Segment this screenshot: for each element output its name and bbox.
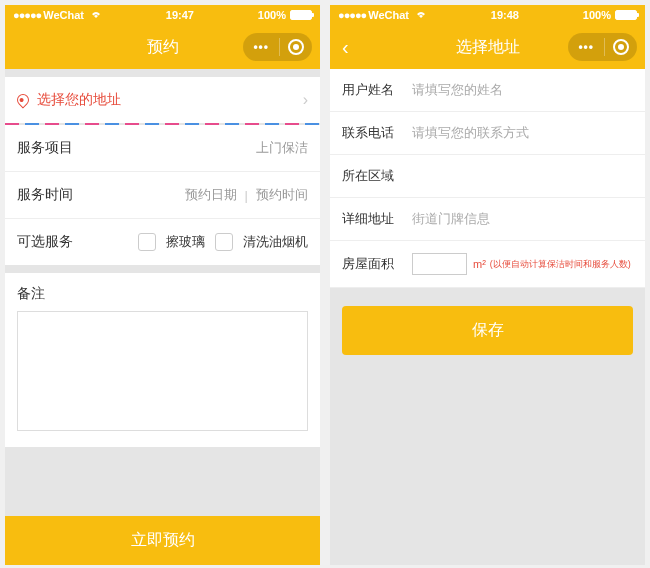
area-hint: (以便自动计算保洁时间和服务人数) [490,258,631,271]
submit-button[interactable]: 立即预约 [5,516,320,565]
service-row[interactable]: 服务项目 上门保洁 [5,125,320,172]
close-target-icon[interactable] [605,39,637,55]
service-value: 上门保洁 [256,139,308,157]
detail-input[interactable]: 街道门牌信息 [412,210,490,228]
status-bar: ●●●●● WeChat 19:47 100% [5,5,320,25]
nav-title: 预约 [147,37,179,58]
battery-icon [290,10,312,20]
wifi-icon [415,9,427,21]
region-row[interactable]: 所在区域 [330,155,645,198]
remark-textarea[interactable] [17,311,308,431]
region-label: 所在区域 [342,167,412,185]
phone-input[interactable]: 请填写您的联系方式 [412,124,529,142]
address-label: 选择您的地址 [37,91,121,109]
options-label: 可选服务 [17,233,73,251]
signal-dots-icon: ●●●●● [13,9,41,21]
time-value[interactable]: 预约时间 [256,186,308,204]
menu-dots-icon[interactable]: ••• [243,40,279,54]
location-pin-icon [15,92,32,109]
status-time: 19:47 [166,9,194,21]
date-value[interactable]: 预约日期 [185,186,237,204]
remark-label: 备注 [17,285,308,303]
nav-bar: ‹ 选择地址 ••• [330,25,645,69]
option2-checkbox[interactable] [215,233,233,251]
capsule-button[interactable]: ••• [568,33,637,61]
area-unit: m² [473,258,486,270]
name-input[interactable]: 请填写您的姓名 [412,81,503,99]
option1-label: 擦玻璃 [166,233,205,251]
area-input[interactable] [412,253,467,275]
service-label: 服务项目 [17,139,73,157]
area-row: 房屋面积 m² (以便自动计算保洁时间和服务人数) [330,241,645,288]
detail-label: 详细地址 [342,210,412,228]
time-label: 服务时间 [17,186,73,204]
name-row[interactable]: 用户姓名 请填写您的姓名 [330,69,645,112]
signal-dots-icon: ●●●●● [338,9,366,21]
save-button[interactable]: 保存 [342,306,633,355]
status-bar: ●●●●● WeChat 19:48 100% [330,5,645,25]
chevron-right-icon: › [303,91,308,109]
phone-label: 联系电话 [342,124,412,142]
carrier-label: WeChat [368,9,409,21]
capsule-button[interactable]: ••• [243,33,312,61]
options-row: 可选服务 擦玻璃 清洗油烟机 [5,219,320,265]
option1-checkbox[interactable] [138,233,156,251]
phone-row[interactable]: 联系电话 请填写您的联系方式 [330,112,645,155]
menu-dots-icon[interactable]: ••• [568,40,604,54]
battery-icon [615,10,637,20]
detail-row[interactable]: 详细地址 街道门牌信息 [330,198,645,241]
wifi-icon [90,9,102,21]
status-time: 19:48 [491,9,519,21]
time-row[interactable]: 服务时间 预约日期 | 预约时间 [5,172,320,219]
close-target-icon[interactable] [280,39,312,55]
area-label: 房屋面积 [342,255,412,273]
option2-label: 清洗油烟机 [243,233,308,251]
battery-percent: 100% [258,9,286,21]
back-icon[interactable]: ‹ [342,36,349,59]
carrier-label: WeChat [43,9,84,21]
battery-percent: 100% [583,9,611,21]
address-selector[interactable]: 选择您的地址 › [5,77,320,123]
phone-left: ●●●●● WeChat 19:47 100% 预约 ••• 选择您的地址 [5,5,320,565]
nav-bar: 预约 ••• [5,25,320,69]
name-label: 用户姓名 [342,81,412,99]
nav-title: 选择地址 [456,37,520,58]
time-divider: | [245,188,248,203]
phone-right: ●●●●● WeChat 19:48 100% ‹ 选择地址 ••• 用户姓名 … [330,5,645,565]
